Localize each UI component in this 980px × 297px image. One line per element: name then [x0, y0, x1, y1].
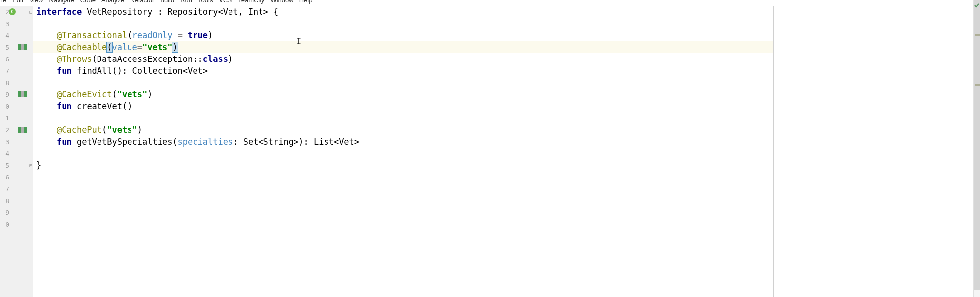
code-line: @CachePut("vets") — [33, 124, 773, 136]
menu-run[interactable]: Run — [180, 0, 192, 3]
menu-help[interactable]: Help — [299, 0, 313, 3]
code-line-current: @Cacheable(value="vets") — [33, 41, 773, 53]
line-number: 7 — [2, 67, 9, 75]
menu-view[interactable]: View — [30, 0, 43, 3]
code-line — [33, 148, 773, 159]
class-icon[interactable] — [9, 8, 16, 15]
right-panel — [773, 6, 980, 297]
menu-navigate[interactable]: Navigate — [49, 0, 74, 3]
menu-analyze[interactable]: Analyze — [101, 0, 124, 3]
line-number: 4 — [2, 32, 9, 39]
mouse-cursor-icon: I — [296, 35, 301, 47]
menu-vcs[interactable]: VCS — [219, 0, 232, 3]
line-number: 1 — [2, 115, 9, 122]
line-number: 6 — [2, 56, 9, 63]
code-line: fun createVet() — [33, 100, 773, 112]
line-number: 3 — [2, 138, 9, 146]
menu-code[interactable]: Code — [80, 0, 96, 3]
line-number: 8 — [2, 197, 9, 205]
line-number: 5 — [2, 44, 9, 51]
menu-build[interactable]: Build — [160, 0, 174, 3]
line-number: 2 — [2, 8, 9, 16]
text-caret — [178, 42, 178, 52]
menu-edit[interactable]: Edit — [12, 0, 23, 3]
line-number: 8 — [2, 79, 9, 87]
code-line: interface VetRepository : Repository<Vet… — [33, 6, 773, 18]
line-number: 4 — [2, 150, 9, 157]
vcs-change-icon[interactable] — [18, 127, 28, 133]
line-number: 6 — [2, 174, 9, 181]
menu-teamcity[interactable]: TeamCity — [238, 0, 264, 3]
line-number: 2 — [2, 126, 9, 134]
fold-icon[interactable]: ⊟ — [29, 163, 32, 168]
code-line: @Throws(DataAccessException::class) — [33, 53, 773, 65]
main-menu-bar: le Edit View Navigate Code Analyze Refac… — [0, 0, 980, 6]
code-line — [33, 112, 773, 124]
line-number: 0 — [2, 221, 9, 228]
fold-icon[interactable]: ⊟ — [29, 9, 32, 15]
menu-window[interactable]: Window — [270, 0, 293, 3]
line-number: 3 — [2, 20, 9, 28]
menu-refactor[interactable]: Refactor — [130, 0, 154, 3]
code-line: } — [33, 159, 773, 171]
menu-tools[interactable]: Tools — [198, 0, 213, 3]
code-line: @CacheEvict("vets") — [33, 89, 773, 100]
line-number: 9 — [2, 209, 9, 216]
vcs-change-icon[interactable] — [18, 91, 28, 97]
gutter: 2⊟ 3 4 5 6 7 8 9 0 1 2 3 4 5⊟ 6 7 8 9 0 — [0, 6, 33, 297]
vcs-change-icon[interactable] — [18, 44, 28, 50]
line-number: 7 — [2, 185, 9, 193]
line-number: 9 — [2, 91, 9, 98]
code-line: fun getVetBySpecialties(specialties: Set… — [33, 136, 773, 148]
code-line — [33, 77, 773, 89]
code-editor[interactable]: interface VetRepository : Repository<Vet… — [33, 6, 773, 297]
line-number: 0 — [2, 103, 9, 110]
code-line: fun findAll(): Collection<Vet> — [33, 65, 773, 77]
scrollbar-thumb[interactable] — [974, 0, 980, 290]
scrollbar-overview[interactable] — [973, 0, 980, 297]
code-line — [33, 18, 773, 30]
menu-file[interactable]: le — [1, 0, 6, 3]
line-number: 5 — [2, 162, 9, 169]
code-line: @Transactional(readOnly = true) — [33, 30, 773, 41]
editor-area: 2⊟ 3 4 5 6 7 8 9 0 1 2 3 4 5⊟ 6 7 8 9 0 … — [0, 6, 980, 297]
